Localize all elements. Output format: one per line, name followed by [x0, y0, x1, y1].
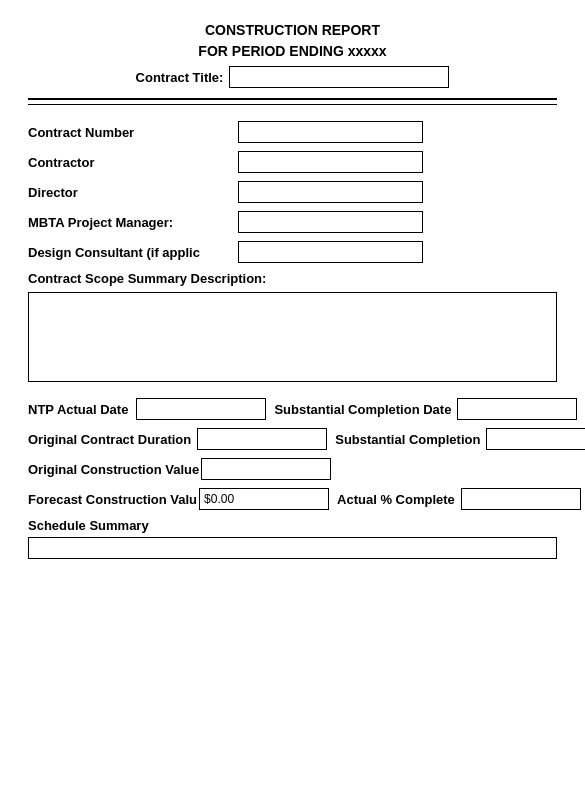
schedule-input[interactable]	[28, 537, 557, 559]
schedule-label: Schedule Summary	[28, 518, 557, 533]
divider-top	[28, 98, 557, 100]
forecast-value-label: Forecast Construction Valu	[28, 492, 197, 507]
report-header: CONSTRUCTION REPORT FOR PERIOD ENDING xx…	[28, 20, 557, 88]
director-row: Director	[28, 181, 557, 203]
original-duration-input[interactable]	[197, 428, 327, 450]
contract-number-label: Contract Number	[28, 125, 238, 140]
ntp-input[interactable]	[136, 398, 266, 420]
substantial-completion-right: Substantial Completion	[335, 428, 585, 450]
design-consultant-label: Design Consultant (if applic	[28, 245, 238, 260]
orig-value-left: Original Construction Value	[28, 458, 339, 480]
contract-title-label: Contract Title:	[136, 70, 224, 85]
ntp-label: NTP Actual Date	[28, 402, 128, 417]
original-duration-label: Original Contract Duration	[28, 432, 191, 447]
mbta-pm-row: MBTA Project Manager:	[28, 211, 557, 233]
contract-number-row: Contract Number	[28, 121, 557, 143]
orig-duration-left: Original Contract Duration	[28, 428, 335, 450]
schedule-section: Schedule Summary	[28, 518, 557, 559]
scope-label: Contract Scope Summary Description:	[28, 271, 557, 286]
mbta-pm-label: MBTA Project Manager:	[28, 215, 238, 230]
director-label: Director	[28, 185, 238, 200]
contractor-input[interactable]	[238, 151, 423, 173]
report-title-line1: CONSTRUCTION REPORT	[28, 20, 557, 41]
substantial-completion-label: Substantial Completion	[335, 432, 480, 447]
director-input[interactable]	[238, 181, 423, 203]
original-value-label: Original Construction Value	[28, 462, 199, 477]
forecast-value-row: Forecast Construction Valu Actual % Comp…	[28, 488, 557, 510]
mbta-pm-input[interactable]	[238, 211, 423, 233]
contract-number-input[interactable]	[238, 121, 423, 143]
original-value-input[interactable]	[201, 458, 331, 480]
report-title-line2: FOR PERIOD ENDING xxxxx	[28, 41, 557, 62]
forecast-left: Forecast Construction Valu	[28, 488, 337, 510]
contract-title-input[interactable]	[229, 66, 449, 88]
contractor-row: Contractor	[28, 151, 557, 173]
form-section: Contract Number Contractor Director MBTA…	[28, 121, 557, 263]
substantial-completion-input[interactable]	[486, 428, 585, 450]
contractor-label: Contractor	[28, 155, 238, 170]
forecast-value-input[interactable]	[199, 488, 329, 510]
ntp-left: NTP Actual Date	[28, 398, 274, 420]
actual-complete-input[interactable]	[461, 488, 581, 510]
substantial-completion-date-label: Substantial Completion Date	[274, 402, 451, 417]
substantial-date-right: Substantial Completion Date	[274, 398, 577, 420]
actual-complete-label: Actual % Complete	[337, 492, 455, 507]
scope-textarea[interactable]	[28, 292, 557, 382]
scope-section: Contract Scope Summary Description:	[28, 271, 557, 382]
design-consultant-row: Design Consultant (if applic	[28, 241, 557, 263]
bottom-section: NTP Actual Date Substantial Completion D…	[28, 398, 557, 559]
divider-top2	[28, 104, 557, 105]
ntp-row: NTP Actual Date Substantial Completion D…	[28, 398, 557, 420]
original-duration-row: Original Contract Duration Substantial C…	[28, 428, 557, 450]
substantial-completion-date-input[interactable]	[457, 398, 577, 420]
design-consultant-input[interactable]	[238, 241, 423, 263]
actual-complete-right: Actual % Complete	[337, 488, 581, 510]
page: CONSTRUCTION REPORT FOR PERIOD ENDING xx…	[0, 0, 585, 800]
original-value-row: Original Construction Value	[28, 458, 557, 480]
